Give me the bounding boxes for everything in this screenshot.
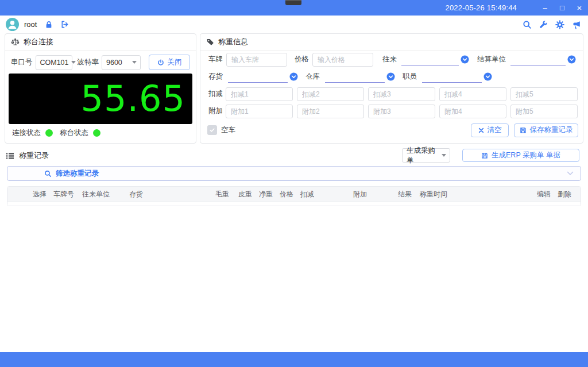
weigh-info-title: 称重信息 [218,37,248,47]
col-net: 净重 [259,190,280,199]
records-table-header: 选择 车牌号 往来单位 存货 毛重 皮重 净重 价格 扣减 附加 结果 称重时间… [7,187,581,202]
scale-status-label: 称台状态 [60,128,88,138]
save-weigh-record-button[interactable]: 保存称重记录 [514,123,578,137]
search-icon[interactable] [523,20,532,29]
disconnect-button-label: 关闭 [168,57,182,67]
list-icon [6,152,14,160]
serial-port-select[interactable]: COM101 [36,55,72,70]
addition-input-5[interactable] [510,105,578,118]
warehouse-field[interactable] [325,71,385,83]
addition-row: 附加 [200,103,583,119]
addition-input-2[interactable] [297,105,364,118]
clear-button-label: 清空 [488,125,502,135]
weigh-info-panel: 称重信息 车牌 价格 往来 结算单位 存货 仓库 [200,33,583,144]
chevron-down-circle-icon[interactable] [289,72,298,81]
save-icon [481,152,488,159]
scale-connection-title: 称台连接 [24,37,53,47]
balance-scale-icon [11,38,20,47]
baud-rate-select[interactable]: 9600 [102,55,141,70]
user-toolbar: root [0,16,588,33]
col-inventory: 存货 [129,190,215,199]
serial-port-value: COM101 [40,59,69,67]
col-contact: 往来单位 [82,190,129,199]
addition-input-4[interactable] [439,105,506,118]
staff-label: 职员 [403,72,417,82]
connection-status-dot [45,129,53,137]
deduction-input-5[interactable] [510,87,578,101]
chevron-down-circle-icon[interactable] [483,72,492,81]
deduction-row: 扣减 [200,86,583,102]
addition-input-3[interactable] [368,105,435,118]
generate-erp-order-button[interactable]: 生成ERP 采购单 单据 [462,149,579,162]
staff-field[interactable] [422,71,482,83]
caret-down-icon [132,61,137,64]
scale-connection-panel: 称台连接 串口号 COM101 波特率 9600 关闭 55.65 [5,33,196,144]
caret-down-icon [71,61,76,64]
deduction-input-3[interactable] [368,87,435,101]
scale-status-dot [93,129,100,137]
gear-icon[interactable] [555,20,564,29]
weight-display: 55.65 [9,74,192,124]
disconnect-button[interactable]: 关闭 [149,55,190,70]
info-row-2: 存货 仓库 职员 [200,68,583,85]
col-addition: 附加 [353,190,398,199]
deduction-input-4[interactable] [439,87,506,101]
deduction-input-2[interactable] [297,87,364,101]
erp-button-label: 生成ERP 采购单 单据 [492,150,560,160]
contact-field[interactable] [401,53,459,65]
settlement-label: 结算单位 [477,55,506,64]
records-table-body [7,202,581,206]
inventory-label: 存货 [208,72,223,82]
lock-icon[interactable] [45,21,53,29]
price-input[interactable] [312,53,373,67]
empty-truck-checkbox[interactable] [207,125,217,135]
search-icon [44,170,52,177]
baud-rate-label: 波特率 [78,57,99,67]
chevron-down-icon[interactable] [567,171,574,176]
weight-value: 55.65 [81,81,186,117]
chevron-down-circle-icon[interactable] [386,72,395,81]
weighing-app-window: 2022-05-26 15:49:44 – □ × root [0,0,588,367]
deduction-label: 扣减 [208,89,226,99]
col-deduction: 扣减 [300,190,353,199]
col-plate: 车牌号 [53,190,82,199]
bottom-bar [0,352,588,367]
price-label: 价格 [295,55,309,64]
deduction-input-1[interactable] [226,87,293,101]
addition-input-1[interactable] [226,105,293,118]
settlement-field[interactable] [510,53,566,65]
maximize-button[interactable]: □ [554,0,571,16]
inventory-field[interactable] [228,71,288,83]
contact-label: 往来 [382,55,397,64]
tag-icon [206,38,214,46]
wrench-icon[interactable] [539,20,548,29]
user-avatar-icon[interactable] [6,18,19,31]
empty-truck-label: 空车 [221,125,235,135]
plate-label: 车牌 [208,55,223,64]
col-tare: 皮重 [238,190,259,199]
info-row-1: 车牌 价格 往来 结算单位 [200,51,583,68]
bottom-row: 空车 清空 保存称重记录 [200,122,583,138]
col-gross: 毛重 [215,190,238,199]
filter-bar[interactable]: 筛选称重记录 [7,166,581,181]
order-type-select[interactable]: 生成采购单 [402,148,450,163]
connection-status-label: 连接状态 [12,128,41,138]
close-button[interactable]: × [571,0,588,16]
logout-icon[interactable] [60,20,69,29]
minimize-button[interactable]: – [536,0,554,16]
status-row: 连接状态 称台状态 [5,124,196,141]
addition-label: 附加 [208,106,226,116]
megaphone-icon[interactable] [572,20,581,29]
chevron-down-circle-icon[interactable] [567,55,576,64]
x-icon [478,128,484,133]
col-weigh-time: 称重时间 [420,190,537,199]
records-title: 称重记录 [19,150,49,161]
plate-input[interactable] [226,53,287,67]
save-icon [520,127,527,134]
clear-button[interactable]: 清空 [471,123,509,137]
col-price: 价格 [280,190,300,199]
power-icon [157,59,164,66]
col-result: 结果 [398,190,420,199]
records-table: 选择 车牌号 往来单位 存货 毛重 皮重 净重 价格 扣减 附加 结果 称重时间… [7,186,581,206]
chevron-down-circle-icon[interactable] [461,55,469,64]
